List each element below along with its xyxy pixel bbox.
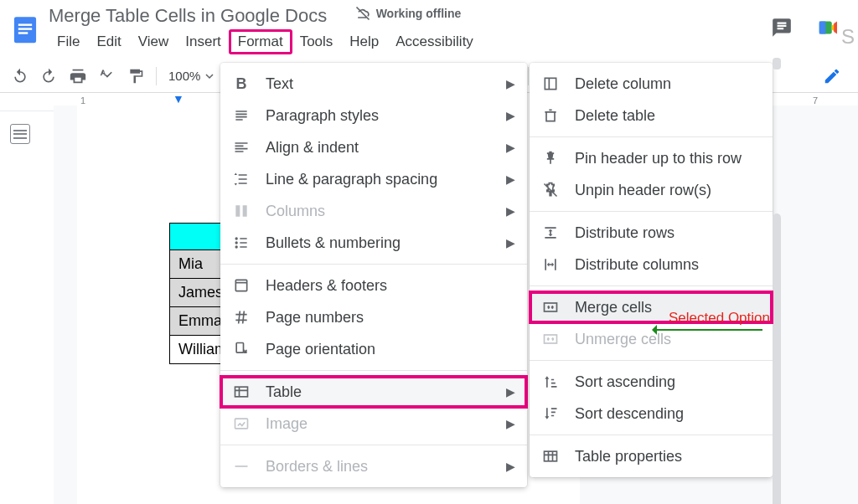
table-submenu-item[interactable]: Unpin header row(s) (530, 174, 773, 206)
menu-format[interactable]: Format (230, 30, 292, 54)
merge-icon (541, 299, 560, 316)
format-menu-item: Image▶ (220, 408, 527, 440)
svg-rect-11 (235, 387, 248, 397)
menu-item-label: Delete table (575, 107, 655, 125)
table-submenu-item[interactable]: Delete table (530, 100, 773, 131)
format-menu-item[interactable]: Page orientation (220, 333, 527, 365)
undo-button[interactable] (12, 68, 28, 85)
format-menu-item[interactable]: Paragraph styles▶ (220, 100, 527, 131)
menu-item-label: Bullets & numbering (266, 234, 401, 252)
format-menu-item[interactable]: Table▶ (220, 376, 527, 408)
menu-item-label: Paragraph styles (266, 107, 379, 125)
pin-icon (541, 150, 560, 167)
format-menu-item[interactable]: Page numbers (220, 301, 527, 333)
annotation-label: Selected Option (669, 310, 770, 327)
zoom-select[interactable]: 100% (168, 69, 214, 83)
tblprops-icon (541, 448, 560, 465)
menu-help[interactable]: Help (341, 30, 387, 54)
paint-format-button[interactable] (127, 68, 144, 85)
menu-item-label: Distribute columns (575, 256, 699, 274)
table-submenu-item[interactable]: Sort ascending (530, 366, 773, 398)
table-submenu-item[interactable]: Distribute rows (530, 217, 773, 249)
menu-accessibility[interactable]: Accessibility (387, 30, 482, 54)
svg-point-8 (235, 245, 238, 248)
format-menu: BText▶Paragraph styles▶Align & indent▶Li… (220, 63, 527, 487)
redo-button[interactable] (40, 68, 57, 85)
table-submenu-item[interactable]: Sort descending (530, 398, 773, 429)
ruler-tick: 1 (80, 95, 85, 105)
svg-rect-13 (545, 78, 556, 89)
image-icon (232, 415, 251, 432)
offline-label: Working offline (376, 7, 462, 20)
align-icon (232, 139, 251, 156)
format-menu-item[interactable]: Bullets & numbering▶ (220, 227, 527, 259)
menu-item-label: Unpin header row(s) (575, 182, 711, 199)
spacing-icon (232, 171, 251, 188)
chevron-right-icon: ▶ (506, 236, 515, 249)
menu-item-label: Page numbers (266, 309, 364, 327)
offline-indicator: Working offline (354, 5, 462, 22)
table-submenu-item[interactable]: Table properties (530, 440, 773, 472)
format-menu-item[interactable]: Line & paragraph spacing▶ (220, 163, 527, 195)
table-submenu: Delete columnDelete tablePin header up t… (530, 63, 773, 477)
menu-item-label: Table properties (575, 448, 682, 465)
document-title[interactable]: Merge Table Cells in Google Docs (49, 5, 327, 26)
meet-icon[interactable] (816, 15, 841, 44)
menu-item-label: Pin header up to this row (575, 150, 742, 167)
zoom-value: 100% (168, 69, 200, 83)
hash-icon (232, 309, 251, 326)
menu-tools[interactable]: Tools (292, 30, 342, 54)
table-submenu-item[interactable]: Distribute columns (530, 249, 773, 280)
table-submenu-item[interactable]: Delete column (530, 68, 773, 100)
menu-view[interactable]: View (130, 30, 178, 54)
menu-item-label: Text (266, 75, 293, 93)
menubar: File Edit View Insert Format Tools Help … (49, 30, 771, 54)
svg-rect-16 (545, 451, 557, 461)
menu-separator (530, 211, 773, 212)
B-icon: B (232, 75, 251, 93)
menu-separator (220, 370, 527, 371)
print-button[interactable] (69, 67, 87, 85)
svg-rect-10 (236, 343, 243, 353)
orient-icon (232, 341, 251, 357)
table-submenu-item[interactable]: Pin header up to this row (530, 142, 773, 174)
menu-separator (530, 360, 773, 361)
chevron-right-icon: ▶ (506, 204, 515, 218)
sortasc-icon (541, 373, 560, 390)
scrollbar-icon[interactable] (773, 213, 781, 504)
menu-item-label: Sort ascending (575, 373, 675, 391)
menu-insert[interactable]: Insert (177, 30, 230, 54)
menu-file[interactable]: File (49, 30, 88, 54)
format-menu-item: Columns▶ (220, 195, 527, 227)
svg-point-7 (235, 241, 238, 244)
format-menu-item[interactable]: BText▶ (220, 68, 527, 100)
hdrftr-icon (232, 277, 251, 294)
format-menu-item[interactable]: Headers & footers (220, 270, 527, 301)
share-button-truncated[interactable]: S (841, 25, 855, 49)
format-menu-item[interactable]: Align & indent▶ (220, 131, 527, 163)
menu-separator (220, 445, 527, 445)
menu-edit[interactable]: Edit (88, 30, 129, 54)
app-header: Merge Table Cells in Google Docs Working… (0, 0, 858, 54)
para-icon (232, 107, 251, 124)
menu-item-label: Table (266, 383, 302, 401)
menu-separator (530, 136, 773, 137)
docs-app-icon[interactable] (8, 13, 42, 46)
scrollbar-icon[interactable] (773, 58, 781, 69)
outline-toggle-icon[interactable] (10, 124, 30, 144)
comments-icon[interactable] (771, 17, 793, 42)
menu-item-label: Sort descending (575, 405, 684, 423)
chevron-right-icon: ▶ (506, 109, 515, 122)
svg-rect-2 (18, 28, 32, 29)
delcol-icon (541, 75, 560, 92)
menu-item-label: Delete column (575, 75, 671, 93)
toolbar-separator (156, 67, 157, 85)
editing-mode-button[interactable] (818, 62, 846, 90)
table-icon (232, 383, 251, 400)
menu-item-label: Page orientation (266, 341, 375, 358)
spellcheck-button[interactable] (99, 68, 116, 85)
ruler-tick: 7 (813, 95, 818, 105)
unmerge-icon (541, 331, 560, 347)
format-menu-item: Borders & lines▶ (220, 450, 527, 482)
indent-marker-icon[interactable]: ▼ (173, 92, 184, 105)
